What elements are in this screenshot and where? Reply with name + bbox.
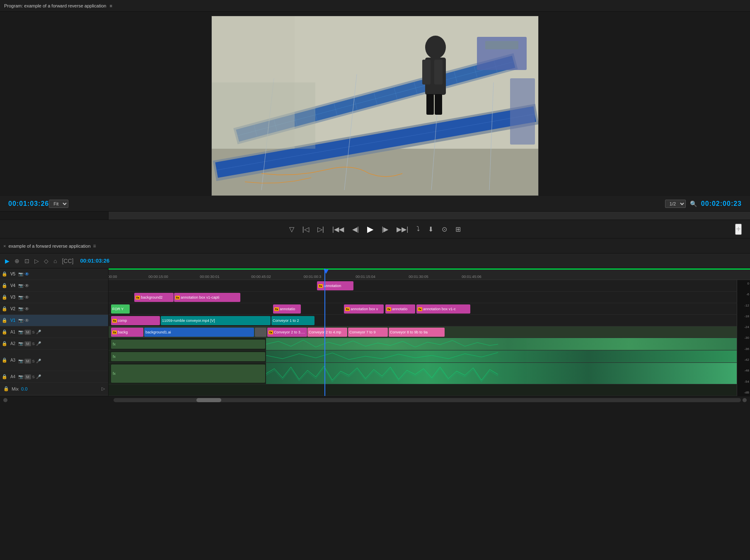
track-mute-a4[interactable]: M: [24, 374, 31, 379]
track-header-v1: 🔒 V1 📷 👁: [0, 315, 108, 326]
track-eye-v1[interactable]: 👁: [24, 318, 29, 323]
track-lock-v2[interactable]: 🔒: [2, 306, 7, 311]
track-mute-a1[interactable]: M: [24, 330, 31, 335]
clip-backg[interactable]: fx backg: [111, 328, 143, 337]
split-left-button[interactable]: |◁: [301, 224, 311, 235]
go-to-out-button[interactable]: ▶▶|: [395, 224, 410, 235]
timecode-right: 1/2 🔍 00:02:00:23: [665, 200, 742, 208]
marker-tool[interactable]: ⌂: [52, 257, 58, 265]
audio-clip-a2[interactable]: fx: [111, 352, 265, 361]
ruler-playhead: [324, 269, 329, 274]
track-s-a3[interactable]: S: [32, 359, 35, 363]
clip-conveyor-1-to-2[interactable]: Conveyor 1 to 2: [271, 316, 315, 325]
track-camera-a3: 📷: [18, 357, 23, 363]
mix-arrow[interactable]: ▷: [102, 386, 105, 391]
track-lock-a3[interactable]: 🔒: [2, 357, 7, 363]
track-content-v4: fx background2 fx annotation box v1-capt…: [109, 292, 750, 303]
track-header-v2: 🔒 V2 📷 👁: [0, 303, 108, 315]
slip-tool[interactable]: ⊡: [23, 257, 31, 265]
track-mute-a2[interactable]: M: [24, 341, 31, 346]
sequence-menu-icon[interactable]: ≡: [93, 243, 96, 249]
track-s-a1[interactable]: S: [32, 330, 35, 334]
annotation-v5[interactable]: fx annotation: [317, 281, 353, 290]
svg-rect-29: [426, 94, 434, 115]
program-title: Program: example of a forward reverse ap…: [4, 3, 106, 8]
trim-mode-button[interactable]: ⊞: [454, 224, 462, 235]
fraction-dropdown[interactable]: 1/2: [665, 200, 686, 208]
program-menu-icon[interactable]: ≡: [109, 3, 112, 8]
timeline-scrollbar[interactable]: [114, 398, 741, 402]
selection-tool[interactable]: ▶: [3, 257, 11, 265]
clip-conveyor-7-to-9[interactable]: Conveyor 7 to 9: [348, 328, 388, 337]
sequence-close[interactable]: ×: [3, 244, 6, 249]
split-right-button[interactable]: ▷|: [316, 224, 326, 235]
track-eye-v4[interactable]: 👁: [24, 283, 29, 289]
track-lock-a1[interactable]: 🔒: [2, 329, 7, 335]
clip-annotation-box-v1-c[interactable]: fx annotation box v1-c: [416, 304, 470, 314]
tracks-container: 🔒 V5 📷 👁 🔒 V4 📷 👁 🔒 V3 📷 👁 🔒: [0, 268, 750, 396]
ripple-tool[interactable]: ⊕: [13, 257, 21, 265]
track-lock-v5[interactable]: 🔒: [2, 271, 7, 277]
clip-11059-rumble[interactable]: 11059-rumble conveyor.mp4 [V]: [161, 316, 271, 325]
video-svg: [212, 16, 539, 196]
track-lock-v1[interactable]: 🔒: [2, 318, 7, 323]
track-eye-v2[interactable]: 👁: [24, 306, 29, 312]
clip-background2[interactable]: fx background2: [134, 293, 174, 302]
add-button[interactable]: +: [735, 224, 742, 235]
transport-bar: ▽ |◁ ▷| |◀◀ ◀| ▶ |▶ ▶▶| ⤵ ⬇ ⊙ ⊞ +: [0, 220, 750, 239]
scrollbar-thumb[interactable]: [196, 398, 221, 402]
clip-conveyor-2-to-4[interactable]: Conveyor 2 to 4.mp: [307, 328, 347, 337]
clip-background1-ai[interactable]: background1.ai: [144, 328, 254, 337]
track-header-v4: 🔒 V4 📷 👁: [0, 280, 108, 292]
svg-rect-27: [422, 60, 431, 84]
timeline-ruler-area: [0, 212, 750, 220]
clip-annotatio-2[interactable]: fx annotatio: [385, 304, 415, 314]
clip-annotatio-1[interactable]: fx annotatio: [273, 304, 301, 314]
clip-for-y[interactable]: FOR Y: [111, 304, 130, 314]
track-s-a2[interactable]: S: [32, 342, 35, 346]
scroll-left-circle: [3, 398, 7, 402]
step-forward-button[interactable]: |▶: [380, 224, 390, 235]
track-label-v1: V1: [9, 318, 17, 323]
track-mute-a3[interactable]: M: [24, 359, 31, 364]
track-header-a1: 🔒 A1 📷 M S 🎤: [0, 326, 108, 338]
step-back-button[interactable]: ◀|: [351, 224, 360, 235]
timecode-current: 00:01:03:26: [8, 200, 49, 208]
snap-tool[interactable]: ◇: [42, 257, 50, 265]
clip-gray-1[interactable]: [255, 328, 266, 337]
time-7: 00:01:45:06: [462, 275, 481, 279]
track-eye-v5[interactable]: 👁: [24, 271, 29, 277]
play-button[interactable]: ▶: [365, 222, 375, 236]
track-lock-v4[interactable]: 🔒: [2, 283, 7, 288]
clip-conveyor-2-to-3[interactable]: fx Conveyor 2 to 3.mp: [267, 328, 307, 337]
track-camera-a1: 📷: [18, 330, 23, 334]
track-s-a4[interactable]: S: [32, 375, 35, 379]
audio-wave-a1: [266, 338, 750, 350]
go-to-in-button[interactable]: |◀◀: [331, 224, 346, 235]
clip-conveyor-8-to-9b[interactable]: Conveyor 8 to 9b to 9a: [389, 328, 445, 337]
clip-annotation-box-v1-capti[interactable]: fx annotation box v1-capti: [174, 293, 240, 302]
track-camera-v3: 📷: [18, 295, 23, 299]
mix-row: 🔒 Mix 0.0 ▷: [0, 383, 108, 395]
audio-clip-a3[interactable]: fx: [111, 364, 265, 383]
track-lock-a2[interactable]: 🔒: [2, 341, 7, 346]
fit-dropdown[interactable]: Fit: [49, 200, 68, 208]
export-frame-button[interactable]: ⊙: [440, 224, 449, 235]
overwrite-button[interactable]: ⬇: [426, 224, 435, 235]
captions-tool[interactable]: [CC]: [60, 257, 75, 265]
clip-annotation-box-v-1[interactable]: fx annotation box v: [344, 304, 384, 314]
track-lock-mix[interactable]: 🔒: [3, 386, 9, 391]
track-lock-a4[interactable]: 🔒: [2, 374, 7, 379]
razor-tool[interactable]: ▷: [33, 257, 41, 265]
track-lock-v3[interactable]: 🔒: [2, 294, 7, 300]
clip-comp[interactable]: fx comp: [111, 316, 160, 325]
mix-value: 0.0: [21, 386, 27, 391]
vol-6: -6: [738, 292, 749, 296]
vol-54: -54: [738, 380, 749, 384]
audio-clip-a1[interactable]: fx: [111, 340, 265, 349]
insert-button[interactable]: ⤵: [415, 224, 421, 234]
vol-42: -42: [738, 358, 749, 362]
mark-out-button[interactable]: ▽: [288, 224, 296, 235]
track-label-a3: A3: [9, 358, 17, 362]
track-eye-v3[interactable]: 👁: [24, 294, 29, 300]
